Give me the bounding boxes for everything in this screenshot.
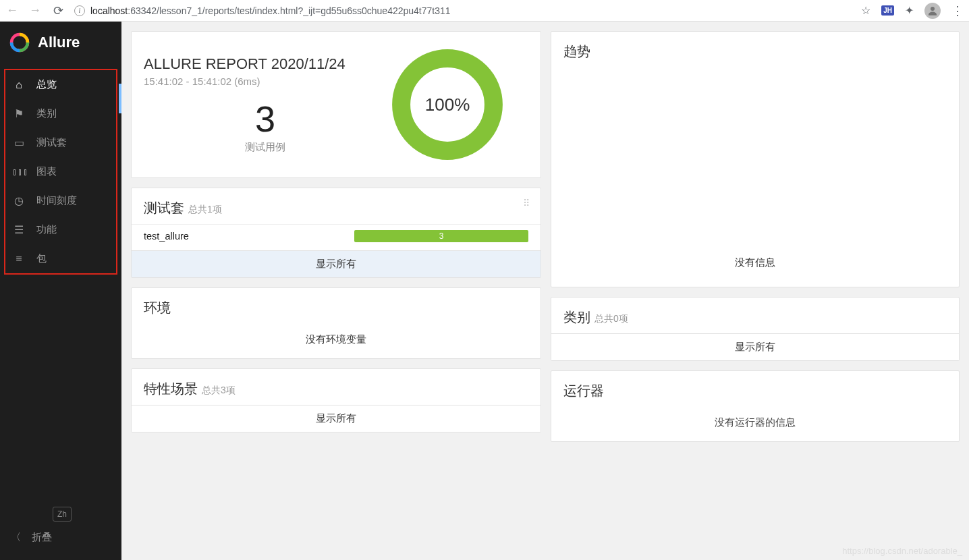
- reload-button[interactable]: ⟳: [51, 3, 65, 18]
- executor-widget: 运行器 没有运行器的信息: [551, 370, 960, 442]
- summary-widget: ALLURE REPORT 2020/11/24 15:41:02 - 15:4…: [131, 31, 541, 178]
- widget-title: 趋势: [563, 43, 590, 61]
- widget-subtitle: 总共3项: [202, 385, 236, 397]
- collapse-label: 折叠: [32, 531, 52, 544]
- sidebar-item-overview[interactable]: ⌂ 总览: [5, 70, 116, 99]
- sidebar: Allure ⌂ 总览 ⚑ 类别 ▭ 测试套 ⫾⫾⫾ 图表 ◷ 时间刻度: [0, 22, 121, 560]
- test-count: 3: [144, 98, 387, 140]
- empty-message: 没有环境变量: [132, 324, 541, 358]
- report-time: 15:41:02 - 15:41:02 (6ms): [144, 76, 387, 87]
- show-all-button[interactable]: 显示所有: [132, 250, 541, 277]
- briefcase-icon: ▭: [12, 136, 26, 149]
- sidebar-item-graphs[interactable]: ⫾⫾⫾ 图表: [5, 157, 116, 186]
- suite-bar: 3: [354, 230, 528, 242]
- chevron-left-icon: 〈: [11, 531, 21, 544]
- suite-row[interactable]: test_allure 3: [132, 224, 541, 250]
- widget-subtitle: 总共0项: [594, 313, 628, 325]
- features-widget: 特性场景 总共3项 显示所有: [131, 368, 541, 432]
- sidebar-item-label: 功能: [36, 223, 57, 236]
- pass-rate-donut: 100%: [387, 44, 508, 165]
- brand[interactable]: Allure: [0, 22, 121, 65]
- empty-message: 没有信息: [551, 247, 959, 281]
- language-selector[interactable]: Zh: [53, 507, 72, 522]
- align-icon: ≡: [12, 253, 26, 265]
- sidebar-item-behaviors[interactable]: ☰ 功能: [5, 215, 116, 244]
- report-title: ALLURE REPORT 2020/11/24: [144, 55, 387, 73]
- address-bar[interactable]: i localhost:63342/lesson7_1/reports/test…: [74, 5, 852, 16]
- sidebar-item-label: 时间刻度: [36, 194, 77, 207]
- test-count-label: 测试用例: [144, 141, 387, 154]
- widget-title: 类别: [563, 308, 590, 327]
- sidebar-item-label: 总览: [36, 78, 57, 91]
- show-all-button[interactable]: 显示所有: [132, 405, 541, 432]
- clock-icon: ◷: [12, 194, 26, 207]
- sidebar-item-timeline[interactable]: ◷ 时间刻度: [5, 186, 116, 215]
- collapse-button[interactable]: 〈 折叠: [0, 522, 121, 553]
- sidebar-item-label: 测试套: [36, 136, 67, 149]
- pass-rate-pct: 100%: [425, 94, 470, 115]
- drag-handle-icon[interactable]: ⠿: [523, 198, 531, 208]
- categories-widget: 类别 总共0项 显示所有: [551, 297, 960, 361]
- widget-title: 测试套: [144, 199, 184, 217]
- suites-widget: 测试套 总共1项 ⠿ test_allure 3 显示所有: [131, 188, 541, 278]
- allure-logo-icon: [9, 32, 30, 53]
- widget-title: 环境: [144, 299, 171, 317]
- sidebar-item-packages[interactable]: ≡ 包: [5, 244, 116, 273]
- widget-subtitle: 总共1项: [188, 204, 222, 216]
- profile-avatar[interactable]: [924, 3, 941, 19]
- sidebar-item-suites[interactable]: ▭ 测试套: [5, 128, 116, 157]
- sidebar-item-label: 包: [36, 252, 47, 265]
- list-icon: ☰: [12, 223, 26, 236]
- home-icon: ⌂: [12, 79, 26, 91]
- empty-message: 没有运行器的信息: [551, 407, 959, 441]
- main-content: ALLURE REPORT 2020/11/24 15:41:02 - 15:4…: [121, 22, 969, 560]
- sidebar-item-label: 类别: [36, 107, 57, 120]
- show-all-button[interactable]: 显示所有: [551, 333, 959, 360]
- extensions-icon[interactable]: ✦: [905, 4, 914, 17]
- site-info-icon[interactable]: i: [74, 5, 85, 16]
- url-text: localhost:63342/lesson7_1/reports/test/i…: [90, 5, 451, 16]
- widget-title: 运行器: [563, 382, 604, 400]
- forward-button[interactable]: →: [28, 3, 42, 18]
- extension-badge[interactable]: JH: [881, 5, 894, 16]
- trend-widget: 趋势 没有信息: [551, 31, 960, 287]
- browser-toolbar: ← → ⟳ i localhost:63342/lesson7_1/report…: [0, 0, 969, 22]
- sidebar-item-label: 图表: [36, 165, 57, 178]
- nav-group-highlight: ⌂ 总览 ⚑ 类别 ▭ 测试套 ⫾⫾⫾ 图表 ◷ 时间刻度 ☰ 功能: [4, 69, 117, 275]
- star-icon[interactable]: ☆: [861, 4, 870, 17]
- chart-icon: ⫾⫾⫾: [12, 166, 26, 178]
- suite-name: test_allure: [144, 231, 346, 242]
- widget-title: 特性场景: [144, 380, 198, 398]
- watermark: https://blog.csdn.net/adorable_: [842, 546, 962, 556]
- back-button[interactable]: ←: [5, 3, 19, 18]
- flag-icon: ⚑: [12, 107, 26, 120]
- brand-name: Allure: [38, 34, 80, 51]
- menu-icon[interactable]: ⋮: [951, 3, 964, 18]
- svg-point-0: [931, 7, 935, 11]
- environment-widget: 环境 没有环境变量: [131, 287, 541, 359]
- sidebar-item-categories[interactable]: ⚑ 类别: [5, 99, 116, 128]
